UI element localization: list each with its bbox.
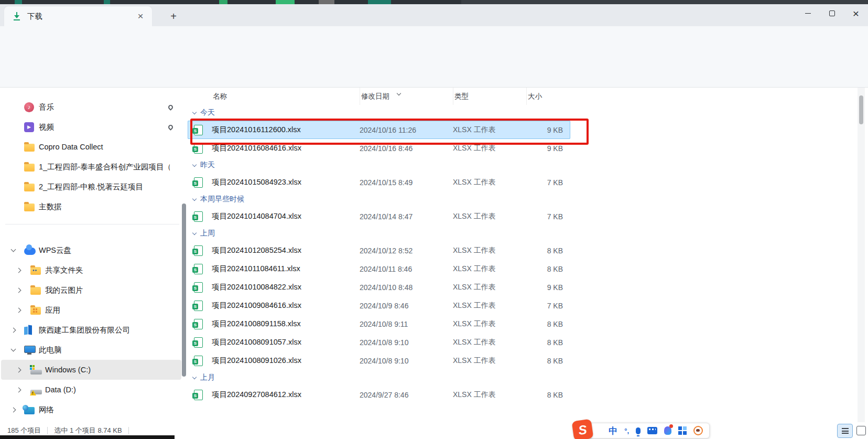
sidebar-item-project-folder-2[interactable]: 2_工程四部-中粮.悦著云廷项目 — [0, 177, 188, 197]
sidebar-item-network[interactable]: 网络 — [0, 400, 188, 420]
file-name: 项目20241009084616.xlsx — [212, 301, 360, 310]
file-row[interactable]: 项目20241008091057.xlsx 2024/10/8 9:10 XLS… — [188, 333, 570, 351]
file-group-header-today[interactable]: 今天 — [188, 105, 858, 121]
background-strip-segment — [104, 0, 110, 4]
sidebar-item-cloud-pictures[interactable]: 我的云图片 — [0, 280, 188, 300]
apps-folder-icon — [30, 307, 41, 315]
file-row[interactable]: 项目20241015084923.xlsx 2024/10/15 8:49 XL… — [188, 173, 570, 191]
microphone-icon[interactable] — [636, 427, 641, 434]
sidebar-item-music[interactable]: 音乐 — [0, 97, 188, 117]
file-group-header-earlier-this-week[interactable]: 本周早些时候 — [188, 191, 858, 207]
sidebar-item-wps-cloud[interactable]: WPS云盘 — [0, 240, 188, 260]
content-view-toggle[interactable] — [856, 426, 866, 435]
ime-punctuation-icon[interactable] — [624, 427, 629, 435]
close-button[interactable] — [844, 4, 868, 22]
chevron-right-icon[interactable] — [11, 327, 16, 333]
sidebar-item-label: 我的云图片 — [45, 285, 83, 295]
file-date: 2024/10/16 11:26 — [360, 126, 453, 134]
file-row[interactable]: 项目20241008091026.xlsx 2024/10/8 9:10 XLS… — [188, 351, 570, 370]
file-row[interactable]: 项目20241016084616.xlsx 2024/10/16 8:46 XL… — [188, 139, 570, 157]
file-size: 7 KB — [526, 302, 563, 310]
column-header-row: 名称 修改日期 类型 大小 — [188, 88, 858, 105]
file-row[interactable]: 项目20241012085254.xlsx 2024/10/12 8:52 XL… — [188, 241, 570, 260]
chevron-down-icon[interactable] — [11, 346, 16, 351]
sidebar-item-label: 此电脑 — [39, 345, 62, 355]
background-taskbar-strip — [0, 435, 175, 439]
sidebar-item-label: 视频 — [39, 122, 54, 132]
keyboard-icon[interactable] — [647, 427, 657, 434]
music-icon — [24, 102, 34, 112]
windows-drive-icon — [30, 370, 42, 374]
sidebar-item-data-d[interactable]: Data (D:) — [0, 380, 188, 400]
xlsx-file-icon — [194, 282, 203, 293]
file-group-header-last-month[interactable]: 上月 — [188, 370, 858, 386]
new-tab-button[interactable] — [167, 9, 180, 23]
column-header-date[interactable]: 修改日期 — [360, 88, 453, 105]
sidebar-scrollbar[interactable] — [182, 204, 186, 377]
file-size: 9 KB — [526, 126, 563, 134]
scrollbar-track[interactable] — [858, 88, 865, 422]
sidebar-item-master-data[interactable]: 主数据 — [0, 197, 188, 217]
sidebar-item-apps[interactable]: 应用 — [0, 300, 188, 320]
group-label: 上月 — [200, 373, 215, 382]
chevron-down-icon — [192, 374, 197, 379]
group-label: 今天 — [200, 108, 215, 117]
chevron-right-icon[interactable] — [16, 287, 21, 293]
sidebar-item-label: 网络 — [39, 405, 54, 415]
file-type: XLSX 工作表 — [453, 212, 526, 221]
file-type: XLSX 工作表 — [453, 246, 526, 255]
chevron-down-icon — [397, 91, 401, 95]
sidebar-item-label: 2_工程四部-中粮.悦著云廷项目 — [39, 182, 143, 192]
sidebar-item-label: Copro Data Collect — [39, 143, 103, 151]
folder-icon — [30, 287, 41, 295]
file-date: 2024/9/27 8:46 — [360, 391, 453, 399]
sidebar-item-shared-folder[interactable]: 共享文件夹 — [0, 260, 188, 280]
sidebar-item-label: Data (D:) — [45, 386, 76, 394]
file-group-header-yesterday[interactable]: 昨天 — [188, 157, 858, 173]
file-row[interactable]: 项目20241014084704.xlsx 2024/10/14 8:47 XL… — [188, 207, 570, 226]
file-row[interactable]: 项目20241009084616.xlsx 2024/10/9 8:46 XLS… — [188, 296, 570, 315]
file-row[interactable]: 项目20241010084822.xlsx 2024/10/10 8:48 XL… — [188, 278, 570, 296]
column-header-name[interactable]: 名称 — [212, 88, 360, 105]
chevron-right-icon[interactable] — [16, 387, 21, 392]
file-row[interactable]: 项目20240927084612.xlsx 2024/9/27 8:46 XLS… — [188, 386, 570, 404]
sidebar-item-label: 主数据 — [39, 202, 62, 212]
sidebar-item-windows-c[interactable]: Windows (C:) — [0, 360, 188, 380]
chevron-right-icon[interactable] — [16, 307, 21, 313]
file-row[interactable]: 项目20241008091158.xlsx 2024/10/8 9:11 XLS… — [188, 315, 570, 333]
details-view-toggle[interactable] — [837, 424, 853, 438]
xlsx-file-icon — [194, 356, 203, 366]
file-date: 2024/10/8 9:10 — [360, 338, 453, 347]
ime-toolbox-icon[interactable] — [678, 426, 687, 435]
sidebar-item-project-folder-1[interactable]: 1_工程四部-泰丰盛合科创产业园项目（二期 — [0, 157, 188, 177]
sogou-logo-icon[interactable]: S — [572, 419, 594, 439]
column-header-type[interactable]: 类型 — [453, 88, 526, 105]
chevron-right-icon[interactable] — [16, 267, 21, 273]
folder-icon — [24, 164, 35, 172]
command-toolbar: 新建 排序 查看 预览 — [0, 55, 868, 88]
ime-mode-indicator[interactable]: 中 — [609, 425, 617, 437]
ime-skin-icon[interactable] — [664, 426, 671, 435]
chevron-down-icon[interactable] — [11, 247, 16, 252]
background-strip-segment — [276, 0, 295, 4]
chevron-right-icon[interactable] — [11, 407, 16, 412]
tab-close-icon[interactable] — [134, 10, 147, 23]
folder-icon — [24, 204, 35, 211]
file-row-selected[interactable]: 项目20241016112600.xlsx 2024/10/16 11:26 X… — [188, 121, 570, 139]
column-header-size[interactable]: 大小 — [526, 88, 579, 105]
file-row[interactable]: 项目20241011084611.xlsx 2024/10/11 8:46 XL… — [188, 260, 570, 278]
file-group-header-last-week[interactable]: 上周 — [188, 226, 858, 241]
file-type: XLSX 工作表 — [453, 301, 526, 310]
file-type: XLSX 工作表 — [453, 356, 526, 366]
sidebar-item-videos[interactable]: 视频 — [0, 117, 188, 137]
file-name: 项目20241008091026.xlsx — [212, 356, 360, 366]
minimize-button[interactable] — [796, 4, 820, 22]
tab-downloads[interactable]: 下载 — [4, 6, 152, 26]
sidebar-item-this-pc[interactable]: 此电脑 — [0, 340, 188, 360]
status-divider — [128, 427, 129, 434]
scrollbar-thumb[interactable] — [859, 95, 863, 124]
sidebar-item-copro-data-collect[interactable]: Copro Data Collect — [0, 137, 188, 157]
ime-mascot-icon[interactable] — [693, 426, 703, 435]
sidebar-item-company[interactable]: 陕西建工集团股份有限公司 — [0, 320, 188, 340]
maximize-button[interactable] — [820, 4, 844, 22]
